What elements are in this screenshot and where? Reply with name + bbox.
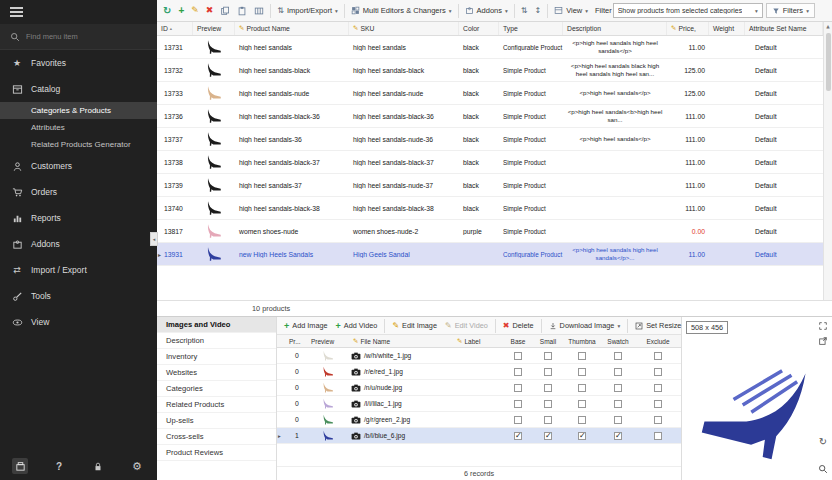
column-header-label[interactable]: ✎Label: [453, 335, 503, 347]
thumbnail-checkbox[interactable]: [578, 352, 586, 360]
image-row[interactable]: 0 /l/i/lilac_1.jpg: [277, 396, 681, 412]
sidebar-item-attributes[interactable]: Attributes: [0, 119, 157, 136]
store-button[interactable]: [12, 458, 28, 474]
sidebar-item-related-products-generator[interactable]: Related Products Generator: [0, 136, 157, 153]
column-header-product-name[interactable]: ✎Product Name: [235, 22, 349, 35]
thumbnail-checkbox[interactable]: [578, 400, 586, 408]
product-row[interactable]: 13738 high heel sandals-black-37 high he…: [157, 151, 823, 174]
edit-video-button[interactable]: ✎Edit Video: [442, 319, 491, 332]
base-checkbox[interactable]: [514, 432, 522, 440]
sidebar-item-view[interactable]: View: [0, 309, 157, 335]
lock-button[interactable]: [90, 458, 106, 474]
thumbnail-checkbox[interactable]: [578, 368, 586, 376]
column-header-base[interactable]: Base: [503, 335, 533, 347]
sort-ascending-button[interactable]: ⇅: [518, 5, 531, 17]
detail-tab[interactable]: Categories: [157, 381, 276, 397]
exclude-checkbox[interactable]: [654, 384, 662, 392]
category-filter-select[interactable]: Show products from selected categories ▾: [613, 3, 763, 18]
detail-tab[interactable]: Images and Video: [157, 317, 276, 333]
small-checkbox[interactable]: [544, 352, 552, 360]
open-external-icon[interactable]: [817, 335, 829, 347]
menu-search-input[interactable]: [26, 32, 147, 41]
column-header-image-preview[interactable]: Preview: [307, 335, 349, 347]
product-row[interactable]: 13740 high heel sandals-black-38 high he…: [157, 197, 823, 220]
import-export-dropdown[interactable]: ⇅ Import/Export▾: [274, 4, 340, 17]
column-header-file-name[interactable]: ✎File Name: [349, 335, 453, 347]
detail-tab[interactable]: Up-sells: [157, 413, 276, 429]
swatch-checkbox[interactable]: [614, 432, 622, 440]
edit-image-button[interactable]: ✎Edit Image: [389, 319, 440, 332]
download-image-button[interactable]: Download Image▾: [546, 319, 624, 332]
view-dropdown[interactable]: View▾: [551, 4, 591, 17]
filters-button[interactable]: Filters▾: [766, 3, 815, 18]
small-checkbox[interactable]: [544, 400, 552, 408]
copy-button[interactable]: [217, 4, 233, 18]
image-row[interactable]: 0 /w/h/white_1.jpg: [277, 348, 681, 364]
sort-descending-button[interactable]: ↕: [531, 5, 544, 17]
detail-tab[interactable]: Inventory: [157, 349, 276, 365]
base-checkbox[interactable]: [514, 352, 522, 360]
product-row[interactable]: 13731 high heel sandals high heel sandal…: [157, 36, 823, 59]
scrollbar-thumb[interactable]: [826, 33, 831, 91]
exclude-checkbox[interactable]: [654, 432, 662, 440]
help-button[interactable]: ?: [51, 458, 67, 474]
rotate-icon[interactable]: ↻: [817, 436, 829, 448]
sidebar-item-categories-products[interactable]: Categories & Products: [0, 102, 157, 119]
base-checkbox[interactable]: [514, 400, 522, 408]
add-image-button[interactable]: +Add Image: [281, 319, 331, 333]
product-row[interactable]: 13733 high heel sandals-nude high heel s…: [157, 82, 823, 105]
product-row[interactable]: 13931 new High Heels Sandals High Geels …: [157, 243, 823, 266]
add-product-button[interactable]: +: [175, 3, 187, 18]
product-row[interactable]: 13737 high heel sandals-36 high heel san…: [157, 128, 823, 151]
product-row[interactable]: 13739 high heel sandals-37 high heel san…: [157, 174, 823, 197]
small-checkbox[interactable]: [544, 384, 552, 392]
exclude-checkbox[interactable]: [654, 400, 662, 408]
image-row[interactable]: 0 /g/r/green_2.jpg: [277, 412, 681, 428]
sidebar-item-catalog[interactable]: Catalog: [0, 76, 157, 102]
column-header-attribute-set[interactable]: Attribute Set Name: [745, 22, 823, 35]
product-row[interactable]: 13732 high heel sandals-black high heel …: [157, 59, 823, 82]
image-row[interactable]: 1 /b/l/blue_6.jpg: [277, 428, 681, 444]
column-header-id[interactable]: ID▴: [157, 22, 193, 35]
delete-image-button[interactable]: ✖Delete: [500, 319, 537, 332]
swatch-checkbox[interactable]: [614, 384, 622, 392]
thumbnail-checkbox[interactable]: [578, 416, 586, 424]
detail-tab[interactable]: Description: [157, 333, 276, 349]
base-checkbox[interactable]: [514, 416, 522, 424]
column-header-weight[interactable]: Weight: [709, 22, 745, 35]
column-header-description[interactable]: Description: [563, 22, 667, 35]
swatch-checkbox[interactable]: [614, 400, 622, 408]
refresh-button[interactable]: ↻: [160, 4, 174, 18]
image-row[interactable]: 0 /r/e/red_1.jpg: [277, 364, 681, 380]
column-header-color[interactable]: Color: [459, 22, 499, 35]
fullscreen-icon[interactable]: [817, 320, 829, 332]
column-header-small[interactable]: Small: [533, 335, 563, 347]
sidebar-item-addons[interactable]: Addons: [0, 231, 157, 257]
sidebar-item-customers[interactable]: Customers: [0, 153, 157, 179]
column-header-sku[interactable]: ✎SKU: [349, 22, 459, 35]
small-checkbox[interactable]: [544, 368, 552, 376]
exclude-checkbox[interactable]: [654, 368, 662, 376]
small-checkbox[interactable]: [544, 432, 552, 440]
column-header-thumbnail[interactable]: Thumbna: [563, 335, 601, 347]
base-checkbox[interactable]: [514, 384, 522, 392]
column-header-price[interactable]: ✎Price,: [667, 22, 709, 35]
zoom-icon[interactable]: [817, 463, 829, 475]
detail-tab[interactable]: Related Products: [157, 397, 276, 413]
thumbnail-checkbox[interactable]: [578, 432, 586, 440]
sidebar-item-favorites[interactable]: ★ Favorites: [0, 50, 157, 76]
paste-button[interactable]: [234, 4, 250, 18]
sidebar-item-orders[interactable]: Orders: [0, 179, 157, 205]
vertical-scrollbar[interactable]: ▲: [823, 22, 832, 300]
base-checkbox[interactable]: [514, 368, 522, 376]
exclude-checkbox[interactable]: [654, 352, 662, 360]
edit-product-button[interactable]: ✎: [188, 4, 202, 17]
sidebar-item-import-export[interactable]: ⇄ Import / Export: [0, 257, 157, 283]
image-row[interactable]: 0 /n/u/nude.jpg: [277, 380, 681, 396]
sidebar-item-reports[interactable]: Reports: [0, 205, 157, 231]
small-checkbox[interactable]: [544, 416, 552, 424]
detail-tab[interactable]: Websites: [157, 365, 276, 381]
column-header-preview[interactable]: Preview: [193, 22, 235, 35]
columns-button[interactable]: [251, 4, 267, 18]
scroll-up-icon[interactable]: ▲: [826, 22, 829, 31]
